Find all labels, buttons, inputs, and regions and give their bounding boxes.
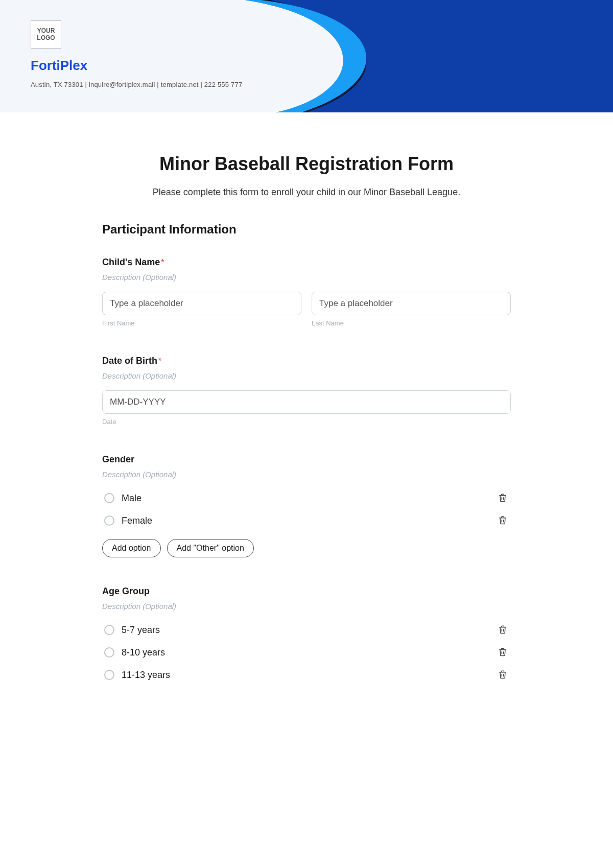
required-asterisk: *	[158, 357, 161, 365]
add-option-button[interactable]: Add option	[102, 539, 161, 557]
radio-icon	[104, 493, 114, 503]
last-name-input[interactable]	[312, 292, 511, 315]
gender-option-label: Female	[122, 515, 152, 526]
age-option-8-10[interactable]: 8-10 years	[102, 641, 511, 664]
required-asterisk: *	[161, 258, 164, 267]
delete-option-button[interactable]	[497, 646, 509, 659]
age-option-11-13[interactable]: 11-13 years	[102, 664, 511, 686]
brand-name: FortiPlex	[31, 58, 242, 74]
first-name-input[interactable]	[102, 292, 301, 315]
trash-icon	[498, 492, 508, 503]
delete-option-button[interactable]	[497, 492, 509, 504]
age-option-5-7[interactable]: 5-7 years	[102, 619, 511, 641]
field-age-group: Age Group Description (Optional) 5-7 yea…	[102, 586, 511, 686]
delete-option-button[interactable]	[497, 624, 509, 636]
dob-sublabel: Date	[102, 418, 511, 426]
child-name-desc[interactable]: Description (Optional)	[102, 273, 511, 281]
trash-icon	[498, 669, 508, 679]
last-name-sublabel: Last Name	[312, 319, 511, 327]
field-gender: Gender Description (Optional) Male Femal…	[102, 454, 511, 557]
dob-label: Date of Birth	[102, 356, 157, 366]
age-option-label: 8-10 years	[122, 647, 165, 658]
age-group-desc[interactable]: Description (Optional)	[102, 602, 511, 611]
header-swoosh-graphic	[245, 0, 613, 112]
contact-line: Austin, TX 73301 | inquire@fortiplex.mai…	[31, 81, 242, 88]
trash-icon	[498, 647, 508, 657]
add-other-option-button[interactable]: Add "Other" option	[167, 539, 254, 557]
delete-option-button[interactable]	[497, 514, 509, 527]
radio-icon	[104, 670, 114, 680]
header-band: YOUR LOGO FortiPlex Austin, TX 73301 | i…	[0, 0, 613, 112]
radio-icon	[104, 625, 114, 635]
trash-icon	[498, 515, 508, 525]
gender-option-male[interactable]: Male	[102, 487, 511, 509]
radio-icon	[104, 647, 114, 658]
section-participant-info: Participant Information	[102, 222, 511, 237]
age-option-label: 11-13 years	[122, 670, 170, 681]
delete-option-button[interactable]	[497, 669, 509, 681]
field-child-name: Child's Name* Description (Optional) Fir…	[102, 257, 511, 327]
field-dob: Date of Birth* Description (Optional) Da…	[102, 356, 511, 426]
gender-label: Gender	[102, 454, 511, 465]
gender-desc[interactable]: Description (Optional)	[102, 470, 511, 479]
trash-icon	[498, 624, 508, 635]
age-group-label: Age Group	[102, 586, 511, 597]
dob-desc[interactable]: Description (Optional)	[102, 371, 511, 380]
form-subtitle: Please complete this form to enroll your…	[102, 187, 511, 198]
age-option-label: 5-7 years	[122, 625, 160, 636]
gender-option-label: Male	[122, 493, 142, 504]
logo-placeholder: YOUR LOGO	[31, 20, 61, 49]
child-name-label: Child's Name	[102, 257, 160, 267]
dob-input[interactable]	[102, 390, 511, 414]
gender-option-female[interactable]: Female	[102, 509, 511, 532]
radio-icon	[104, 515, 114, 526]
first-name-sublabel: First Name	[102, 319, 301, 327]
form-title: Minor Baseball Registration Form	[102, 153, 511, 175]
